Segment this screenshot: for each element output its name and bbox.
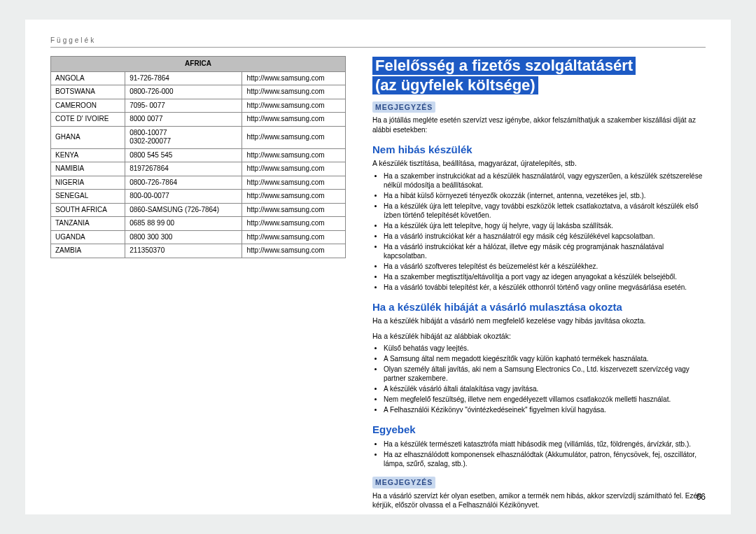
list-item: Ha a vásárló instrukciókat kér a használ…	[384, 232, 706, 241]
list-item: Ha a vásárló szoftveres telepítést és be…	[384, 262, 706, 271]
table-row: COTE D' IVOIRE8000 0077http://www.samsun…	[51, 113, 346, 127]
list-item: Külső behatás vagy leejtés.	[384, 344, 706, 353]
url-cell: http://www.samsung.com	[242, 244, 346, 258]
country-cell: NIGERIA	[51, 176, 125, 190]
list-item: Ha a készülék újra lett telepítve, hogy …	[384, 221, 706, 230]
country-cell: UGANDA	[51, 230, 125, 244]
table-row: ANGOLA91-726-7864http://www.samsung.com	[51, 71, 346, 85]
phone-cell: 0800-726-000	[125, 85, 242, 99]
contact-table: AFRICA ANGOLA91-726-7864http://www.samsu…	[50, 56, 346, 258]
table-row: SENEGAL800-00-0077http://www.samsung.com	[51, 190, 346, 204]
list-item: Ha a szakember instrukciókat ad a készül…	[384, 171, 706, 190]
table-row: KENYA0800 545 545http://www.samsung.com	[51, 148, 346, 162]
list-item: Nem megfelelő feszültség, illetve nem en…	[384, 395, 706, 404]
list-item: A Samsung által nem megadott kiegészítők…	[384, 354, 706, 363]
country-cell: KENYA	[51, 148, 125, 162]
country-cell: TANZANIA	[51, 217, 125, 231]
note-text: Ha a jótállás megléte esetén szervízt ve…	[372, 115, 706, 134]
bullet-list: Külső behatás vagy leejtés.A Samsung ált…	[384, 344, 706, 414]
phone-cell: 211350370	[125, 244, 242, 258]
note-text: Ha a vásárló szervízt kér olyan esetben,…	[372, 491, 706, 510]
url-cell: http://www.samsung.com	[242, 190, 346, 204]
phone-cell: 7095- 0077	[125, 99, 242, 113]
paragraph: Ha a készülék hibáját a vásárló nem megf…	[372, 316, 706, 325]
phone-cell: 0800 545 545	[125, 148, 242, 162]
list-item: Ha az elhasználódott komponensek elhaszn…	[384, 450, 706, 468]
table-region-header: AFRICA	[51, 57, 346, 72]
phone-cell: 8000 0077	[125, 113, 242, 127]
url-cell: http://www.samsung.com	[242, 148, 346, 162]
phone-cell: 0800 300 300	[125, 230, 242, 244]
url-cell: http://www.samsung.com	[242, 203, 346, 217]
url-cell: http://www.samsung.com	[242, 162, 346, 176]
country-cell: GHANA	[51, 126, 125, 148]
table-row: UGANDA0800 300 300http://www.samsung.com	[51, 230, 346, 244]
phone-cell: 0685 88 99 00	[125, 217, 242, 231]
list-item: Ha a készülék természeti katasztrófa mia…	[384, 440, 706, 449]
url-cell: http://www.samsung.com	[242, 230, 346, 244]
table-row: GHANA0800-100770302-200077http://www.sam…	[51, 126, 346, 148]
note-badge: MEGJEGYZÉS	[372, 477, 435, 488]
country-cell: BOTSWANA	[51, 85, 125, 99]
country-cell: ANGOLA	[51, 71, 125, 85]
url-cell: http://www.samsung.com	[242, 71, 346, 85]
country-cell: ZAMBIA	[51, 244, 125, 258]
list-item: Ha a készülék újra lett telepítve, vagy …	[384, 202, 706, 220]
list-item: A készülék vásárló általi átalakítása va…	[384, 384, 706, 393]
country-cell: NAMIBIA	[51, 162, 125, 176]
table-row: ZAMBIA211350370http://www.samsung.com	[51, 244, 346, 258]
table-row: NAMIBIA8197267864http://www.samsung.com	[51, 162, 346, 176]
paragraph: A készülék tisztítása, beállítása, magya…	[372, 158, 706, 168]
list-item: Olyan személy általi javítás, aki nem a …	[384, 365, 706, 383]
subheading-other: Egyebek	[372, 423, 706, 437]
bullet-list: Ha a készülék természeti katasztrófa mia…	[384, 440, 706, 468]
list-item: A Felhasználói Kézikönyv "óvintézkedései…	[384, 405, 706, 414]
country-cell: COTE D' IVOIRE	[51, 113, 125, 127]
country-cell: SOUTH AFRICA	[51, 203, 125, 217]
list-item: Ha a szakember megtisztítja/eltávolítja …	[384, 272, 706, 281]
subheading-not-faulty: Nem hibás készülék	[372, 143, 706, 157]
phone-cell: 0860-SAMSUNG (726-7864)	[125, 203, 242, 217]
table-row: CAMEROON7095- 0077http://www.samsung.com	[51, 99, 346, 113]
page-number: 66	[696, 492, 706, 502]
url-cell: http://www.samsung.com	[242, 217, 346, 231]
url-cell: http://www.samsung.com	[242, 99, 346, 113]
bullet-list: Ha a szakember instrukciókat ad a készül…	[384, 171, 706, 292]
url-cell: http://www.samsung.com	[242, 126, 346, 148]
table-row: TANZANIA0685 88 99 00http://www.samsung.…	[51, 217, 346, 231]
list-item: Ha a hibát külső környezeti tényezők oko…	[384, 191, 706, 200]
phone-cell: 8197267864	[125, 162, 242, 176]
list-item: Ha a vásárló további telepítést kér, a k…	[384, 283, 706, 292]
country-cell: CAMEROON	[51, 99, 125, 113]
phone-cell: 0800-100770302-200077	[125, 126, 242, 148]
phone-cell: 800-00-0077	[125, 190, 242, 204]
country-cell: SENEGAL	[51, 190, 125, 204]
paragraph: Ha a készülék hibáját az alábbiak okoztá…	[372, 331, 706, 341]
list-item: Ha a vásárló instrukciókat kér a hálózat…	[384, 242, 706, 260]
url-cell: http://www.samsung.com	[242, 176, 346, 190]
url-cell: http://www.samsung.com	[242, 113, 346, 127]
note-badge: MEGJEGYZÉS	[372, 101, 435, 113]
table-row: BOTSWANA0800-726-000http://www.samsung.c…	[51, 85, 346, 99]
phone-cell: 0800-726-7864	[125, 176, 242, 190]
page-title: Felelősség a fizetős szolgáltatásért (az…	[372, 56, 706, 94]
table-row: SOUTH AFRICA0860-SAMSUNG (726-7864)http:…	[51, 203, 346, 217]
phone-cell: 91-726-7864	[125, 71, 242, 85]
section-header: Függelék	[50, 36, 706, 48]
subheading-customer-fault: Ha a készülék hibáját a vásárló mulasztá…	[372, 300, 706, 314]
table-row: NIGERIA0800-726-7864http://www.samsung.c…	[51, 176, 346, 190]
url-cell: http://www.samsung.com	[242, 85, 346, 99]
